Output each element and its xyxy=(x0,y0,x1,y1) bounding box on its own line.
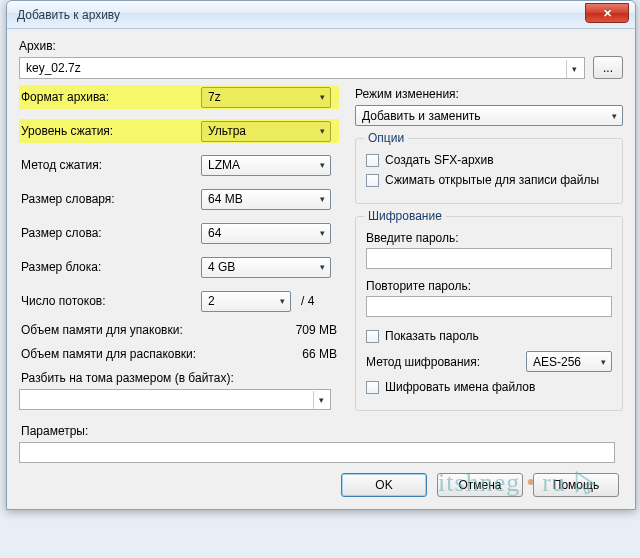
dialog-content: Архив: key_02.7z ▾ ... Формат архива: 7z… xyxy=(7,29,635,509)
chevron-down-icon: ▾ xyxy=(314,88,330,107)
row-dict-size: Размер словаря: 64 MB ▾ xyxy=(19,187,339,211)
options-fieldset: Опции Создать SFX-архив Сжимать открытые… xyxy=(355,138,623,204)
right-column: Режим изменения: Добавить и заменить ▾ О… xyxy=(355,85,623,463)
show-password-checkbox[interactable] xyxy=(366,330,379,343)
browse-button[interactable]: ... xyxy=(593,56,623,79)
browse-label: ... xyxy=(603,61,613,75)
block-label: Размер блока: xyxy=(21,260,201,274)
method-label: Метод сжатия: xyxy=(21,158,201,172)
ok-label: OK xyxy=(375,478,392,492)
button-row: OK Отмена Помощь xyxy=(19,463,623,501)
dict-dropdown[interactable]: 64 MB ▾ xyxy=(201,189,331,210)
chevron-down-icon: ▾ xyxy=(606,106,622,125)
split-size-combo[interactable]: ▾ xyxy=(19,389,331,410)
row-archive-format: Формат архива: 7z ▾ xyxy=(19,85,339,109)
sfx-label: Создать SFX-архив xyxy=(385,153,494,167)
row-mem-pack: Объем памяти для упаковки: 709 MB xyxy=(21,323,337,337)
encryption-fieldset: Шифрование Введите пароль: Повторите пар… xyxy=(355,216,623,411)
threads-max: / 4 xyxy=(301,294,314,308)
row-encrypt-names: Шифровать имена файлов xyxy=(366,380,612,394)
dict-label: Размер словаря: xyxy=(21,192,201,206)
mem-unpack-value: 66 MB xyxy=(302,347,337,361)
chevron-down-icon: ▾ xyxy=(314,190,330,209)
archive-label: Архив: xyxy=(19,39,623,53)
block-value: 4 GB xyxy=(208,260,235,274)
cancel-label: Отмена xyxy=(458,478,501,492)
chevron-down-icon: ▾ xyxy=(314,156,330,175)
enc-method-dropdown[interactable]: AES-256 ▾ xyxy=(526,351,612,372)
row-sfx: Создать SFX-архив xyxy=(366,153,612,167)
left-column: Формат архива: 7z ▾ Уровень сжатия: Ульт… xyxy=(19,85,339,463)
params-input[interactable] xyxy=(19,442,615,463)
row-show-password: Показать пароль xyxy=(366,329,612,343)
mem-pack-value: 709 MB xyxy=(296,323,337,337)
chevron-down-icon: ▾ xyxy=(314,122,330,141)
titlebar[interactable]: Добавить к архиву ✕ xyxy=(7,1,635,29)
chevron-down-icon: ▾ xyxy=(313,391,329,409)
level-value: Ультра xyxy=(208,124,246,138)
window-title: Добавить к архиву xyxy=(17,8,120,22)
row-mem-unpack: Объем памяти для распаковки: 66 MB xyxy=(21,347,337,361)
row-word-size: Размер слова: 64 ▾ xyxy=(19,221,339,245)
method-value: LZMA xyxy=(208,158,240,172)
enc-method-label: Метод шифрования: xyxy=(366,355,480,369)
threads-value: 2 xyxy=(208,294,215,308)
help-label: Помощь xyxy=(553,478,599,492)
level-label: Уровень сжатия: xyxy=(21,124,201,138)
format-label: Формат архива: xyxy=(21,90,201,104)
help-button[interactable]: Помощь xyxy=(533,473,619,497)
archive-path-combo[interactable]: key_02.7z ▾ xyxy=(19,57,585,79)
mem-unpack-label: Объем памяти для распаковки: xyxy=(21,347,196,361)
ok-button[interactable]: OK xyxy=(341,473,427,497)
encrypt-names-label: Шифровать имена файлов xyxy=(385,380,535,394)
cancel-button[interactable]: Отмена xyxy=(437,473,523,497)
close-button[interactable]: ✕ xyxy=(585,3,629,23)
threads-label: Число потоков: xyxy=(21,294,201,308)
enc-method-value: AES-256 xyxy=(533,355,581,369)
sfx-checkbox[interactable] xyxy=(366,154,379,167)
threads-dropdown[interactable]: 2 ▾ xyxy=(201,291,291,312)
chevron-down-icon: ▾ xyxy=(595,352,611,371)
block-dropdown[interactable]: 4 GB ▾ xyxy=(201,257,331,278)
row-open-shared: Сжимать открытые для записи файлы xyxy=(366,173,612,187)
chevron-down-icon: ▾ xyxy=(314,258,330,277)
word-label: Размер слова: xyxy=(21,226,201,240)
method-dropdown[interactable]: LZMA ▾ xyxy=(201,155,331,176)
dict-value: 64 MB xyxy=(208,192,243,206)
open-shared-checkbox[interactable] xyxy=(366,174,379,187)
split-label: Разбить на тома размером (в байтах): xyxy=(21,371,337,385)
row-compression-method: Метод сжатия: LZMA ▾ xyxy=(19,153,339,177)
password-input[interactable] xyxy=(366,248,612,269)
password2-label: Повторите пароль: xyxy=(366,279,612,293)
row-enc-method: Метод шифрования: AES-256 ▾ xyxy=(366,351,612,372)
encrypt-names-checkbox[interactable] xyxy=(366,381,379,394)
row-block-size: Размер блока: 4 GB ▾ xyxy=(19,255,339,279)
level-dropdown[interactable]: Ультра ▾ xyxy=(201,121,331,142)
password2-input[interactable] xyxy=(366,296,612,317)
mem-pack-label: Объем памяти для упаковки: xyxy=(21,323,183,337)
chevron-down-icon: ▾ xyxy=(566,60,582,78)
dialog-window: Добавить к архиву ✕ Архив: key_02.7z ▾ .… xyxy=(6,0,636,510)
row-compression-level: Уровень сжатия: Ультра ▾ xyxy=(19,119,339,143)
options-legend: Опции xyxy=(364,131,408,145)
chevron-down-icon: ▾ xyxy=(314,224,330,243)
close-icon: ✕ xyxy=(603,7,612,20)
update-mode-label: Режим изменения: xyxy=(355,87,623,101)
row-threads: Число потоков: 2 ▾ / 4 xyxy=(19,289,339,313)
word-dropdown[interactable]: 64 ▾ xyxy=(201,223,331,244)
encryption-legend: Шифрование xyxy=(364,209,446,223)
archive-path-value: key_02.7z xyxy=(26,61,81,75)
update-mode-dropdown[interactable]: Добавить и заменить ▾ xyxy=(355,105,623,126)
open-shared-label: Сжимать открытые для записи файлы xyxy=(385,173,599,187)
format-value: 7z xyxy=(208,90,221,104)
format-dropdown[interactable]: 7z ▾ xyxy=(201,87,331,108)
chevron-down-icon: ▾ xyxy=(274,292,290,311)
word-value: 64 xyxy=(208,226,221,240)
show-password-label: Показать пароль xyxy=(385,329,479,343)
update-mode-value: Добавить и заменить xyxy=(362,109,481,123)
params-label: Параметры: xyxy=(21,424,337,438)
password-label: Введите пароль: xyxy=(366,231,612,245)
